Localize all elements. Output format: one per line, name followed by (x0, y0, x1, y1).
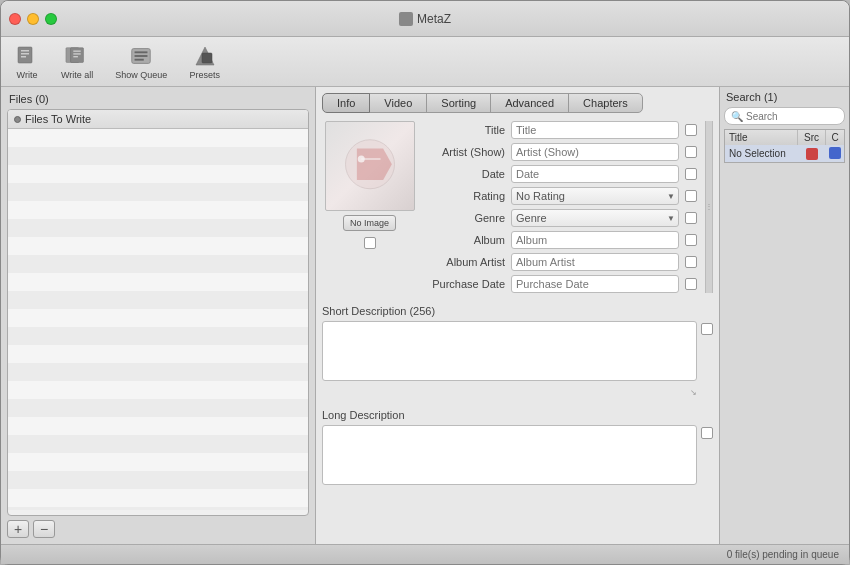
artist-input[interactable] (511, 143, 679, 161)
title-input[interactable] (511, 121, 679, 139)
artist-checkbox[interactable] (685, 146, 697, 158)
tab-chapters[interactable]: Chapters (568, 93, 643, 113)
info-form: No Image Title Artist (Show) (322, 121, 713, 538)
show-queue-label: Show Queue (115, 70, 167, 80)
info-top: No Image Title Artist (Show) (322, 121, 713, 293)
artist-row: Artist (Show) (425, 143, 697, 161)
remove-file-button[interactable]: − (33, 520, 55, 538)
svg-rect-5 (71, 47, 84, 62)
search-result-c (826, 147, 844, 161)
svg-rect-7 (73, 53, 80, 54)
tab-info[interactable]: Info (322, 93, 370, 113)
toolbar: Write Write all (1, 37, 849, 87)
rating-checkbox[interactable] (685, 190, 697, 202)
artist-label: Artist (Show) (425, 146, 505, 158)
src-icon-red (806, 148, 818, 160)
artwork-image (335, 131, 405, 201)
svg-rect-2 (21, 53, 29, 55)
artwork-box[interactable] (325, 121, 415, 211)
long-desc-section: Long Description (322, 409, 713, 485)
search-input[interactable] (746, 111, 838, 122)
album-checkbox[interactable] (685, 234, 697, 246)
long-desc-label: Long Description (322, 409, 713, 421)
content-panel: Info Video Sorting Advanced Chapters (316, 87, 719, 544)
short-desc-input[interactable] (322, 321, 697, 381)
search-result-label: No Selection (725, 146, 798, 161)
tab-advanced[interactable]: Advanced (490, 93, 569, 113)
write-button[interactable]: Write (9, 40, 45, 84)
files-bottom: + − (7, 520, 309, 538)
form-fields: Title Artist (Show) Date (425, 121, 697, 293)
genre-row: Genre Genre ▼ (425, 209, 697, 227)
main-area: Files (0) Files To Write + − Info Video … (1, 87, 849, 544)
genre-checkbox[interactable] (685, 212, 697, 224)
artwork-area: No Image (322, 121, 417, 293)
presets-button[interactable]: Presets (183, 40, 226, 84)
svg-rect-12 (135, 58, 144, 60)
genre-label: Genre (425, 212, 505, 224)
write-icon (15, 44, 39, 68)
show-queue-button[interactable]: Show Queue (109, 40, 173, 84)
presets-icon (193, 44, 217, 68)
artwork-checkbox[interactable] (364, 237, 376, 249)
show-queue-icon (129, 44, 153, 68)
svg-rect-8 (73, 56, 78, 57)
purchase-date-input[interactable] (511, 275, 679, 293)
tab-video[interactable]: Video (369, 93, 427, 113)
add-file-button[interactable]: + (7, 520, 29, 538)
statusbar: 0 file(s) pending in queue (1, 544, 849, 564)
long-desc-row (322, 425, 713, 485)
tab-sorting[interactable]: Sorting (426, 93, 491, 113)
files-panel: Files (0) Files To Write + − (1, 87, 316, 544)
rating-row: Rating No Rating Explicit Clean ▼ (425, 187, 697, 205)
write-all-button[interactable]: Write all (55, 40, 99, 84)
minimize-button[interactable] (27, 13, 39, 25)
date-label: Date (425, 168, 505, 180)
rating-select[interactable]: No Rating Explicit Clean (511, 187, 679, 205)
short-desc-row (322, 321, 713, 381)
date-checkbox[interactable] (685, 168, 697, 180)
genre-select[interactable]: Genre (511, 209, 679, 227)
close-button[interactable] (9, 13, 21, 25)
statusbar-text: 0 file(s) pending in queue (727, 549, 839, 560)
purchase-date-checkbox[interactable] (685, 278, 697, 290)
album-artist-checkbox[interactable] (685, 256, 697, 268)
title-checkbox[interactable] (685, 124, 697, 136)
app-icon (399, 12, 413, 26)
maximize-button[interactable] (45, 13, 57, 25)
files-list-header: Files To Write (8, 110, 308, 129)
title-row: Title (425, 121, 697, 139)
album-artist-input[interactable] (511, 253, 679, 271)
short-desc-label: Short Description (256) (322, 305, 713, 317)
svg-rect-14 (202, 53, 212, 63)
header-dot (14, 116, 21, 123)
rating-label: Rating (425, 190, 505, 202)
long-desc-checkbox[interactable] (701, 427, 713, 439)
long-desc-input[interactable] (322, 425, 697, 485)
window-title: MetaZ (399, 12, 451, 26)
svg-rect-11 (135, 55, 148, 57)
search-results-header: Title Src C (724, 129, 845, 145)
src-icon-blue (829, 147, 841, 159)
svg-rect-10 (135, 51, 148, 53)
write-label: Write (17, 70, 38, 80)
svg-rect-1 (21, 50, 29, 52)
album-input[interactable] (511, 231, 679, 249)
search-result-row[interactable]: No Selection (724, 145, 845, 163)
search-col-c-header: C (826, 130, 844, 145)
no-image-button[interactable]: No Image (343, 215, 396, 231)
svg-rect-0 (18, 47, 32, 63)
title-label: Title (425, 124, 505, 136)
search-input-wrap: 🔍 (724, 107, 845, 125)
short-desc-section: Short Description (256) ↘ (322, 305, 713, 397)
album-artist-row: Album Artist (425, 253, 697, 271)
search-panel: Search (1) 🔍 Title Src C No Selection (719, 87, 849, 544)
files-list[interactable]: Files To Write (7, 109, 309, 516)
date-input[interactable] (511, 165, 679, 183)
write-all-icon (65, 44, 89, 68)
album-artist-label: Album Artist (425, 256, 505, 268)
search-panel-title: Search (1) (724, 91, 845, 103)
resize-handle[interactable]: ⋮ (705, 121, 713, 293)
traffic-lights (9, 13, 57, 25)
short-desc-checkbox[interactable] (701, 323, 713, 335)
